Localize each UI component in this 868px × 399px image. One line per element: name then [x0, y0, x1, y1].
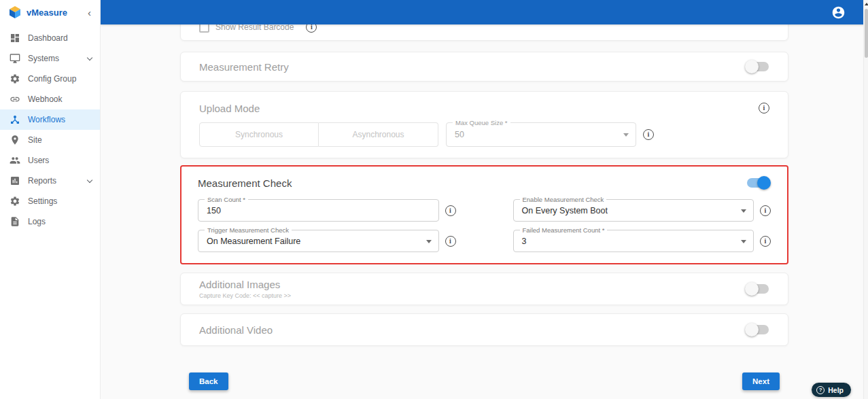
measurement-check-highlight-border: Measurement Check Scan Count *	[180, 165, 788, 264]
sidebar-item-label: Reports	[28, 176, 56, 186]
synchronous-button[interactable]: Synchronous	[199, 122, 319, 147]
info-icon[interactable]	[759, 103, 769, 114]
chevron-down-icon	[87, 54, 92, 60]
sidebar-item-config-group[interactable]: Config Group	[0, 69, 100, 89]
sidebar-item-users[interactable]: Users	[0, 150, 100, 171]
sidebar-nav: Dashboard Systems Config Group Webhook W…	[0, 24, 100, 232]
sidebar-item-label: Workflows	[28, 115, 65, 124]
info-icon[interactable]	[760, 205, 771, 216]
field-label: Scan Count *	[205, 196, 248, 203]
sidebar-item-label: Users	[28, 156, 49, 165]
measurement-retry-toggle[interactable]	[745, 60, 769, 73]
field-value: On Measurement Failure	[198, 237, 438, 246]
upload-mode-segmented-control: Synchronous Asynchronous	[199, 122, 438, 147]
app-title: vMeasure	[27, 7, 84, 18]
additional-images-card: Additional Images Capture Key Code: << c…	[180, 273, 788, 305]
dashboard-icon	[9, 33, 20, 44]
document-icon	[9, 216, 20, 228]
additional-images-subtitle: Capture Key Code: << capture >>	[199, 292, 291, 299]
gear-icon	[9, 196, 20, 207]
sidebar-item-dashboard[interactable]: Dashboard	[0, 28, 100, 48]
sidebar: vMeasure ‹ Dashboard Systems Config Grou…	[0, 0, 101, 399]
field-label: Enable Measurement Check	[520, 196, 607, 203]
additional-images-toggle[interactable]	[745, 282, 769, 296]
field-label: Trigger Measurement Check	[205, 226, 292, 234]
vertical-scrollbar[interactable]	[863, 0, 868, 399]
sidebar-item-label: Webhook	[28, 94, 62, 104]
chevron-down-icon	[87, 177, 92, 182]
measurement-retry-card: Measurement Retry	[180, 52, 788, 82]
chevron-down-icon	[623, 133, 629, 137]
wizard-actions: Back Next	[180, 372, 788, 390]
max-queue-size-select[interactable]: Max Queue Size * 50	[446, 122, 636, 147]
show-result-barcode-label: Show Result Barcode	[215, 24, 294, 32]
sidebar-item-logs[interactable]: Logs	[0, 211, 100, 232]
scrollbar-thumb[interactable]	[865, 9, 868, 58]
sidebar-item-label: Settings	[28, 196, 57, 206]
sidebar-item-systems[interactable]: Systems	[0, 48, 100, 69]
chevron-down-icon	[741, 240, 746, 243]
info-icon[interactable]	[760, 236, 771, 247]
failed-measurement-count-select[interactable]: Failed Measurement Count * 3	[513, 230, 754, 252]
enable-measurement-check-select[interactable]: Enable Measurement Check On Every System…	[513, 199, 754, 222]
sidebar-item-label: Config Group	[28, 74, 76, 84]
main-area: Show Result Barcode Measurement Retry Up…	[101, 0, 868, 399]
chevron-down-icon	[741, 209, 746, 213]
field-value: On Every System Boot	[514, 206, 754, 215]
sidebar-item-settings[interactable]: Settings	[0, 191, 100, 211]
question-mark-icon	[816, 386, 824, 394]
sidebar-item-webhook[interactable]: Webhook	[0, 89, 100, 109]
field-value: 3	[514, 237, 754, 246]
location-pin-icon	[9, 135, 20, 146]
additional-video-title: Additional Video	[199, 324, 273, 336]
app-window: vMeasure ‹ Dashboard Systems Config Grou…	[0, 0, 868, 399]
additional-video-card: Additional Video	[180, 313, 788, 346]
measurement-check-title: Measurement Check	[198, 177, 292, 189]
vmeasure-logo-icon	[8, 5, 22, 19]
upload-mode-title: Upload Mode	[199, 103, 260, 114]
gear-icon	[9, 73, 20, 85]
measurement-check-toggle[interactable]	[746, 176, 771, 190]
people-icon	[9, 155, 20, 167]
help-label: Help	[828, 386, 844, 394]
sidebar-item-label: Site	[28, 135, 42, 145]
show-result-barcode-checkbox[interactable]	[199, 24, 209, 33]
webhook-icon	[9, 94, 20, 105]
additional-images-title: Additional Images	[199, 279, 291, 290]
sidebar-item-label: Systems	[28, 54, 59, 63]
topbar	[101, 0, 868, 24]
scan-count-input[interactable]	[198, 206, 438, 215]
info-icon[interactable]	[445, 236, 456, 247]
info-icon[interactable]	[306, 24, 317, 33]
sidebar-item-workflows[interactable]: Workflows	[0, 109, 100, 130]
workflows-icon	[9, 114, 20, 126]
content-scroll-area: Show Result Barcode Measurement Retry Up…	[101, 24, 868, 399]
next-button[interactable]: Next	[742, 372, 780, 390]
measurement-check-card: Measurement Check Scan Count *	[181, 167, 787, 263]
sidebar-item-site[interactable]: Site	[0, 130, 100, 150]
asynchronous-button[interactable]: Asynchronous	[319, 122, 438, 147]
field-label: Max Queue Size *	[453, 119, 510, 126]
account-icon[interactable]	[831, 5, 846, 20]
back-button[interactable]: Back	[189, 372, 228, 390]
help-button[interactable]: Help	[812, 383, 851, 397]
additional-video-toggle[interactable]	[745, 323, 769, 336]
upload-mode-card: Upload Mode Synchronous Asynchronous Max…	[180, 91, 788, 158]
sidebar-item-label: Logs	[28, 217, 46, 226]
monitor-icon	[9, 53, 20, 65]
field-label: Failed Measurement Count *	[520, 226, 608, 234]
trigger-measurement-check-select[interactable]: Trigger Measurement Check On Measurement…	[198, 230, 439, 252]
sidebar-item-label: Dashboard	[28, 33, 68, 43]
sidebar-collapse-icon[interactable]: ‹	[84, 7, 94, 18]
scroll-up-arrow-icon[interactable]	[864, 3, 868, 5]
info-icon[interactable]	[643, 129, 654, 140]
barcode-section-card: Show Result Barcode	[180, 24, 788, 41]
bar-chart-icon	[9, 175, 20, 187]
scan-count-field[interactable]: Scan Count *	[198, 199, 439, 222]
measurement-retry-title: Measurement Retry	[199, 61, 289, 73]
info-icon[interactable]	[445, 205, 456, 216]
sidebar-item-reports[interactable]: Reports	[0, 171, 100, 191]
sidebar-header: vMeasure ‹	[0, 0, 100, 24]
field-value: 50	[447, 130, 636, 139]
chevron-down-icon	[426, 240, 432, 243]
